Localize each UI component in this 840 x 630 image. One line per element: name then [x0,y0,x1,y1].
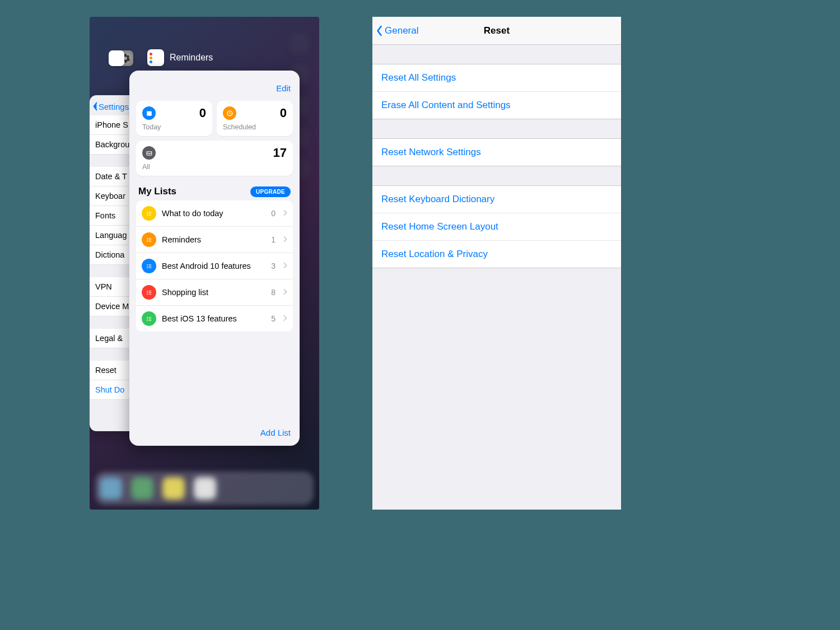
list-row[interactable]: Best Android 10 features3 [136,253,293,279]
scheduled-count: 0 [280,106,287,120]
svg-point-28 [147,318,148,319]
svg-rect-25 [148,292,151,292]
svg-point-11 [147,241,148,242]
switcher-appicon-stack [109,50,133,66]
settings-reset-screen: General Reset Reset All SettingsErase Al… [372,17,621,510]
svg-rect-14 [148,241,151,241]
svg-point-3 [147,211,148,212]
svg-rect-24 [148,291,151,291]
svg-rect-1 [147,111,152,112]
list-row[interactable]: Shopping list8 [136,279,293,306]
list-count: 1 [271,235,276,244]
svg-point-23 [147,293,148,295]
chevron-right-icon [283,208,287,218]
svg-point-4 [147,213,148,214]
reset-option[interactable]: Reset Keyboard Dictionary [372,186,621,213]
upgrade-button[interactable]: UPGRADE [250,186,291,197]
reset-option[interactable]: Erase All Content and Settings [372,92,621,119]
list-icon [142,232,156,247]
chevron-left-icon [92,102,99,111]
list-row[interactable]: Reminders1 [136,227,293,253]
page-title: Reset [484,25,510,36]
reset-option[interactable]: Reset Location & Privacy [372,241,621,268]
switcher-card-reminders[interactable]: Edit 0 Today 0 Scheduled [129,71,300,446]
svg-point-21 [147,290,148,291]
list-count: 8 [271,288,276,297]
all-label: All [142,163,287,171]
svg-point-16 [147,265,148,267]
svg-point-27 [147,316,148,318]
clock-icon [223,106,236,120]
svg-point-29 [147,320,148,321]
svg-rect-26 [148,293,151,294]
smartlist-scheduled[interactable]: 0 Scheduled [217,101,293,136]
settings-back-label: Settings [99,102,129,111]
reminders-appicon [147,49,164,66]
calendar-icon [142,106,156,120]
mylists-heading: My Lists [138,186,176,197]
today-label: Today [142,123,206,131]
reset-group-1: Reset All SettingsErase All Content and … [372,64,621,119]
today-count: 0 [199,106,206,120]
list-name: Shopping list [162,288,265,297]
chevron-right-icon [283,235,287,245]
svg-point-5 [147,214,148,216]
add-list-button[interactable]: Add List [260,428,291,437]
svg-rect-20 [148,267,151,268]
inbox-icon [142,146,156,160]
svg-point-15 [147,264,148,265]
list-icon [142,259,156,273]
svg-rect-6 [148,212,151,212]
svg-rect-18 [148,264,151,265]
reset-group-3: Reset Keyboard DictionaryReset Home Scre… [372,185,621,268]
chevron-right-icon [283,287,287,297]
svg-rect-19 [148,265,151,266]
edit-button[interactable]: Edit [276,83,291,93]
smartlist-today[interactable]: 0 Today [136,101,212,136]
smartlist-all[interactable]: 17 All [136,141,293,176]
reset-option[interactable]: Reset Network Settings [372,139,621,166]
svg-rect-13 [148,239,151,240]
list-row[interactable]: What to do today0 [136,200,293,227]
reminders-navbar: Edit [129,71,300,96]
svg-rect-30 [148,317,151,318]
list-icon [142,285,156,300]
svg-rect-12 [148,238,151,239]
list-name: Reminders [162,235,265,244]
chevron-right-icon [283,314,287,324]
svg-point-10 [147,239,148,240]
reset-group-2: Reset Network Settings [372,138,621,166]
list-name: What to do today [162,209,265,218]
reset-option[interactable]: Reset All Settings [372,64,621,92]
back-button[interactable]: General [376,25,418,36]
svg-rect-32 [148,320,151,320]
svg-rect-8 [148,214,151,215]
switcher-header-reminders: Reminders [147,49,213,66]
list-icon [142,206,156,221]
scheduled-label: Scheduled [223,123,287,131]
svg-point-17 [147,267,148,268]
app-switcher-screen: Settings iPhone SBackgrou Date & TKeyboa… [90,17,319,510]
reset-navbar: General Reset [372,17,621,45]
svg-rect-7 [148,213,151,213]
list-row[interactable]: Best iOS 13 features5 [136,306,293,332]
dock-blur [95,472,314,505]
svg-point-9 [147,237,148,239]
list-name: Best Android 10 features [162,262,265,270]
photos-appicon [109,50,124,66]
switcher-app-title: Reminders [170,53,213,63]
svg-point-22 [147,292,148,293]
list-count: 5 [271,314,276,323]
list-count: 0 [271,209,276,218]
reset-option[interactable]: Reset Home Screen Layout [372,213,621,241]
list-count: 3 [271,262,276,270]
list-icon [142,311,156,326]
back-label: General [385,25,418,36]
mylists-container: What to do today0Reminders1Best Android … [136,200,293,332]
list-name: Best iOS 13 features [162,314,265,323]
chevron-right-icon [283,261,287,271]
all-count: 17 [273,146,287,160]
svg-rect-31 [148,318,151,319]
chevron-left-icon [376,25,383,36]
